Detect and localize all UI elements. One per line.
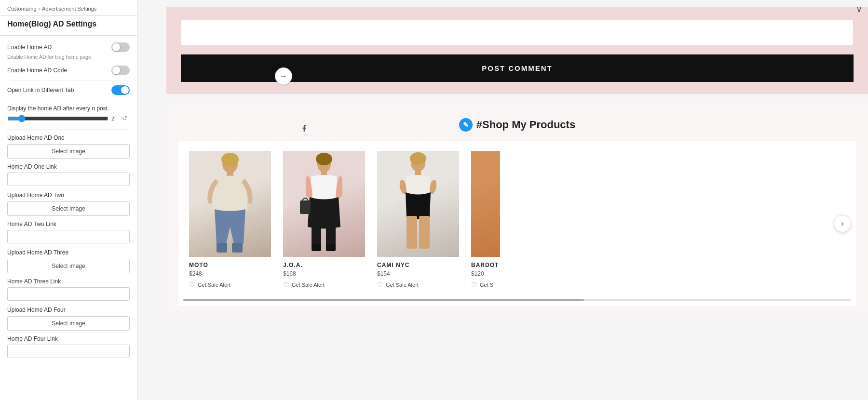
comment-textarea[interactable] <box>181 19 854 46</box>
ad-two-link-section: Home AD Two Link <box>7 221 130 243</box>
shop-icon: ✎ <box>459 118 473 132</box>
open-link-toggle[interactable] <box>111 85 130 95</box>
panel-title: Home(Blog) AD Settings <box>0 16 137 36</box>
enable-home-ad-code-label: Enable Home AD Code <box>7 67 67 74</box>
scroll-bar[interactable] <box>183 299 851 301</box>
heart-icon-3: ♡ <box>377 281 383 289</box>
sale-alert-label-2: Get Sale Alert <box>292 282 325 288</box>
product-price-1: $248 <box>189 270 271 277</box>
open-link-row: Open Link in Different Tab <box>7 85 130 95</box>
product-card-4: BARDOT $120 ♡ Get S <box>465 151 506 294</box>
breadcrumb-part2: Advertisement Settings <box>42 6 96 12</box>
breadcrumb-arrow: › <box>39 6 41 12</box>
scroll-right-button[interactable]: › <box>834 215 851 232</box>
comment-section: POST COMMENT <box>166 7 868 94</box>
svg-rect-13 <box>312 244 321 251</box>
heart-icon-4: ♡ <box>471 281 477 289</box>
slider-row: 2 ↺ <box>7 115 130 122</box>
enable-home-ad-code-toggle[interactable] <box>111 66 130 75</box>
product-price-3: $154 <box>377 270 459 277</box>
open-link-label: Open Link in Different Tab <box>7 87 74 93</box>
enable-home-ad-code-row: Enable Home AD Code <box>7 66 130 75</box>
svg-rect-7 <box>232 243 243 253</box>
slider-label: Display the home AD after every n post. <box>7 105 130 112</box>
divider-3 <box>7 129 130 130</box>
slider-section: Display the home AD after every n post. … <box>7 105 130 122</box>
product-image-4[interactable] <box>471 151 500 257</box>
product-brand-3: CAMI NYC <box>377 262 459 268</box>
enable-home-ad-desc: Enable Home AD for blog home page. <box>7 54 130 60</box>
ad-two-link-input[interactable] <box>7 230 130 243</box>
refresh-icon[interactable]: ↺ <box>122 115 130 122</box>
select-image-three-button[interactable]: Select image <box>7 259 130 273</box>
svg-point-17 <box>410 152 426 165</box>
sale-alert-btn-3[interactable]: ♡ Get Sale Alert <box>377 281 419 289</box>
right-content: ∨ → PO <box>137 0 868 400</box>
product-image-1[interactable] <box>189 151 271 257</box>
svg-rect-14 <box>326 244 336 251</box>
sale-alert-btn-4[interactable]: ♡ Get S <box>471 281 493 289</box>
product-image-2[interactable] <box>283 151 365 257</box>
sale-alert-label-3: Get Sale Alert <box>386 282 419 288</box>
product-card-3: CAMI NYC $154 ♡ Get Sale Alert <box>371 151 465 294</box>
heart-icon-2: ♡ <box>283 281 289 289</box>
shop-section: ✎ #Shop My Products <box>166 104 868 316</box>
product-card-2: J.O.A. $168 ♡ Get Sale Alert <box>277 151 371 294</box>
ad-one-link-label: Home AD One Link <box>7 163 130 170</box>
product-card: MOTO $248 ♡ Get Sale Alert <box>183 151 277 294</box>
product-image-3[interactable] <box>377 151 459 257</box>
select-image-four-button[interactable]: Select image <box>7 316 130 331</box>
display-after-slider[interactable] <box>7 115 108 122</box>
shop-title: ✎ #Shop My Products <box>178 118 856 132</box>
facebook-icon[interactable] <box>297 120 312 136</box>
upload-ad-two-label: Upload Home AD Two <box>7 192 130 199</box>
enable-home-ad-row: Enable Home AD <box>7 42 130 52</box>
upload-ad-three-section: Upload Home AD Three Select image <box>7 249 130 273</box>
scroll-thumb <box>183 299 584 301</box>
select-image-two-button[interactable]: Select image <box>7 201 130 216</box>
ad-four-link-label: Home AD Four Link <box>7 335 130 342</box>
ad-three-link-section: Home AD Three Link <box>7 278 130 301</box>
product-price-4: $120 <box>471 270 500 277</box>
upload-ad-two-section: Upload Home AD Two Select image <box>7 192 130 216</box>
left-panel: Customizing › Advertisement Settings Hom… <box>0 0 137 400</box>
svg-rect-20 <box>419 216 430 249</box>
svg-rect-15 <box>300 200 311 214</box>
ad-two-link-label: Home AD Two Link <box>7 221 130 227</box>
nav-arrow-button[interactable]: → <box>275 67 292 85</box>
svg-point-9 <box>316 153 332 165</box>
enable-home-ad-toggle[interactable] <box>111 42 130 52</box>
select-image-one-button[interactable]: Select image <box>7 144 130 159</box>
arrow-icon: → <box>280 72 287 80</box>
product-price-2: $168 <box>283 270 365 277</box>
upload-ad-three-label: Upload Home AD Three <box>7 249 130 256</box>
content-area: POST COMMENT ✎ #Shop My Products <box>166 0 868 316</box>
ad-one-link-section: Home AD One Link <box>7 163 130 186</box>
divider-2 <box>7 100 130 100</box>
product-brand-1: MOTO <box>189 262 271 268</box>
product-brand-2: J.O.A. <box>283 262 365 268</box>
panel-body: Enable Home AD Enable Home AD for blog h… <box>0 36 137 371</box>
upload-ad-one-section: Upload Home AD One Select image <box>7 134 130 159</box>
sale-alert-btn-2[interactable]: ♡ Get Sale Alert <box>283 281 325 289</box>
heart-icon-1: ♡ <box>189 281 195 289</box>
shop-title-text: #Shop My Products <box>476 119 575 131</box>
products-scroll-container: MOTO $248 ♡ Get Sale Alert <box>178 141 856 306</box>
upload-ad-four-section: Upload Home AD Four Select image <box>7 307 130 331</box>
chevron-down-button[interactable]: ∨ <box>856 4 862 14</box>
ad-three-link-label: Home AD Three Link <box>7 278 130 285</box>
ad-one-link-input[interactable] <box>7 173 130 186</box>
sale-alert-label-4: Get S <box>480 282 493 288</box>
svg-rect-19 <box>407 216 417 249</box>
svg-point-4 <box>221 153 239 166</box>
top-bar: ∨ <box>850 0 868 18</box>
sale-alert-btn-1[interactable]: ♡ Get Sale Alert <box>189 281 231 289</box>
upload-ad-four-label: Upload Home AD Four <box>7 307 130 313</box>
divider-1 <box>7 80 130 80</box>
product-brand-4: BARDOT <box>471 262 500 268</box>
right-wrapper: ∨ → PO <box>137 0 868 400</box>
ad-three-link-input[interactable] <box>7 287 130 301</box>
ad-four-link-input[interactable] <box>7 345 130 358</box>
ad-four-link-section: Home AD Four Link <box>7 335 130 358</box>
slider-value: 2 <box>111 116 119 121</box>
